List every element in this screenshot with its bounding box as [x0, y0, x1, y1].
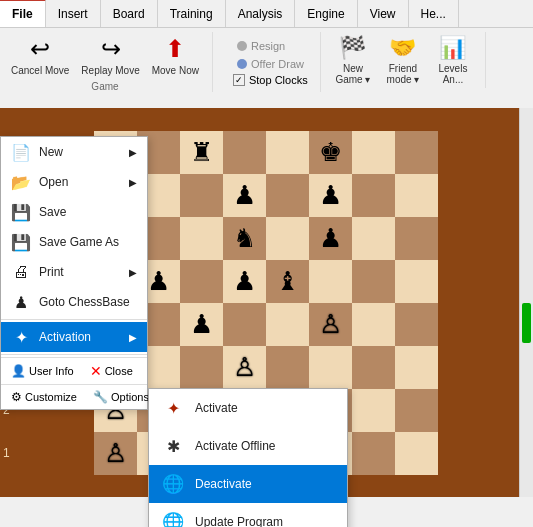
cell-2-4[interactable] — [266, 217, 309, 260]
menu-item-activation[interactable]: ✦ Activation ▶ — [1, 322, 147, 352]
main-area: 8 7 6 5 4 3 2 1 ♜♜♚♟♟♞♟♟♟♝♟♙♙♙♙♙♙♙♙♔ 📄 N… — [0, 108, 533, 497]
cell-7-6[interactable] — [352, 432, 395, 475]
menu-item-save[interactable]: 💾 Save — [1, 197, 147, 227]
offer-draw-dot — [237, 59, 247, 69]
tab-file[interactable]: File — [0, 0, 46, 27]
cell-7-7[interactable] — [395, 432, 438, 475]
cell-0-6[interactable] — [352, 131, 395, 174]
menu-item-save-game-as[interactable]: 💾 Save Game As — [1, 227, 147, 257]
game-buttons: ↩ Cancel Move ↪ Replay Move ⬆ Move Now — [6, 32, 204, 79]
cell-3-2[interactable] — [180, 260, 223, 303]
cell-6-6[interactable] — [352, 389, 395, 432]
move-now-button[interactable]: ⬆ Move Now — [147, 32, 204, 79]
piece-5-3[interactable]: ♙ — [233, 352, 256, 383]
tab-view[interactable]: View — [358, 0, 409, 27]
piece-0-5[interactable]: ♚ — [319, 137, 342, 168]
cell-3-6[interactable] — [352, 260, 395, 303]
tab-board[interactable]: Board — [101, 0, 158, 27]
new-game-button[interactable]: 🏁 NewGame ▾ — [329, 32, 377, 88]
piece-4-2[interactable]: ♟ — [190, 309, 213, 340]
cell-2-3[interactable]: ♞ — [223, 217, 266, 260]
cell-4-6[interactable] — [352, 303, 395, 346]
tab-insert[interactable]: Insert — [46, 0, 101, 27]
print-icon: 🖨 — [11, 262, 31, 282]
cell-5-3[interactable]: ♙ — [223, 346, 266, 389]
cell-5-7[interactable] — [395, 346, 438, 389]
replay-move-icon: ↪ — [101, 35, 121, 63]
cell-4-4[interactable] — [266, 303, 309, 346]
piece-2-3[interactable]: ♞ — [233, 223, 256, 254]
bottom-item-options[interactable]: 🔧 Options — [87, 387, 155, 407]
piece-4-5[interactable]: ♙ — [319, 309, 342, 340]
cell-7-0[interactable]: ♙ — [94, 432, 137, 475]
cell-1-6[interactable] — [352, 174, 395, 217]
customize-icon: ⚙ — [11, 390, 22, 404]
levels-button[interactable]: 📊 LevelsAn... — [429, 32, 477, 88]
cell-5-2[interactable] — [180, 346, 223, 389]
menu-item-print[interactable]: 🖨 Print ▶ — [1, 257, 147, 287]
cell-2-5[interactable]: ♟ — [309, 217, 352, 260]
bottom-item-user-info[interactable]: 👤 User Info — [5, 361, 80, 381]
cell-0-3[interactable] — [223, 131, 266, 174]
right-scrollbar[interactable] — [519, 108, 533, 497]
cell-0-2[interactable]: ♜ — [180, 131, 223, 174]
offer-draw-button[interactable]: Offer Draw — [233, 56, 308, 72]
cell-5-6[interactable] — [352, 346, 395, 389]
ribbon-group-resign: Resign Offer Draw ✓ Stop Clocks — [221, 32, 321, 92]
cell-3-3[interactable]: ♟ — [223, 260, 266, 303]
piece-3-3[interactable]: ♟ — [233, 266, 256, 297]
resign-button[interactable]: Resign — [233, 38, 308, 54]
piece-3-4[interactable]: ♝ — [276, 266, 299, 297]
piece-7-0[interactable]: ♙ — [104, 438, 127, 469]
cell-6-7[interactable] — [395, 389, 438, 432]
submenu-item-activate-offline[interactable]: ✱ Activate Offline — [149, 427, 347, 465]
stop-clocks-checkbox[interactable]: ✓ — [233, 74, 245, 86]
cell-4-5[interactable]: ♙ — [309, 303, 352, 346]
cell-1-2[interactable] — [180, 174, 223, 217]
cell-0-4[interactable] — [266, 131, 309, 174]
open-icon: 📂 — [11, 172, 31, 192]
scroll-thumb — [522, 303, 531, 343]
cell-1-4[interactable] — [266, 174, 309, 217]
submenu-item-update-program[interactable]: 🌐 Update Program — [149, 503, 347, 527]
tab-engine[interactable]: Engine — [295, 0, 357, 27]
cell-2-7[interactable] — [395, 217, 438, 260]
menu-item-goto-chessbase[interactable]: ♟ Goto ChessBase — [1, 287, 147, 317]
tab-help[interactable]: He... — [409, 0, 459, 27]
cell-1-3[interactable]: ♟ — [223, 174, 266, 217]
tab-training[interactable]: Training — [158, 0, 226, 27]
menu-item-open[interactable]: 📂 Open ▶ — [1, 167, 147, 197]
piece-1-3[interactable]: ♟ — [233, 180, 256, 211]
submenu-item-activate[interactable]: ✦ Activate — [149, 389, 347, 427]
friend-mode-button[interactable]: 🤝 Friendmode ▾ — [379, 32, 427, 88]
cell-1-5[interactable]: ♟ — [309, 174, 352, 217]
cell-0-7[interactable] — [395, 131, 438, 174]
cell-5-4[interactable] — [266, 346, 309, 389]
cancel-move-button[interactable]: ↩ Cancel Move — [6, 32, 74, 79]
piece-2-5[interactable]: ♟ — [319, 223, 342, 254]
ribbon: ↩ Cancel Move ↪ Replay Move ⬆ Move Now G… — [0, 28, 533, 108]
replay-move-button[interactable]: ↪ Replay Move — [76, 32, 144, 79]
bottom-items-2: ⚙ Customize 🔧 Options — [1, 384, 147, 409]
bottom-item-close[interactable]: ✕ Close — [84, 360, 139, 382]
cell-5-5[interactable] — [309, 346, 352, 389]
game-group-label: Game — [91, 81, 118, 92]
tab-analysis[interactable]: Analysis — [226, 0, 296, 27]
cell-3-4[interactable]: ♝ — [266, 260, 309, 303]
cell-4-7[interactable] — [395, 303, 438, 346]
cell-0-5[interactable]: ♚ — [309, 131, 352, 174]
cell-3-5[interactable] — [309, 260, 352, 303]
menu-item-new[interactable]: 📄 New ▶ — [1, 137, 147, 167]
activate-icon: ✦ — [161, 396, 185, 420]
cell-4-2[interactable]: ♟ — [180, 303, 223, 346]
cell-2-2[interactable] — [180, 217, 223, 260]
cell-2-6[interactable] — [352, 217, 395, 260]
cell-3-7[interactable] — [395, 260, 438, 303]
cell-4-3[interactable] — [223, 303, 266, 346]
bottom-item-customize[interactable]: ⚙ Customize — [5, 387, 83, 407]
submenu-item-deactivate[interactable]: 🌐 Deactivate — [149, 465, 347, 503]
piece-0-2[interactable]: ♜ — [190, 137, 213, 168]
piece-3-1[interactable]: ♟ — [147, 266, 170, 297]
cell-1-7[interactable] — [395, 174, 438, 217]
piece-1-5[interactable]: ♟ — [319, 180, 342, 211]
